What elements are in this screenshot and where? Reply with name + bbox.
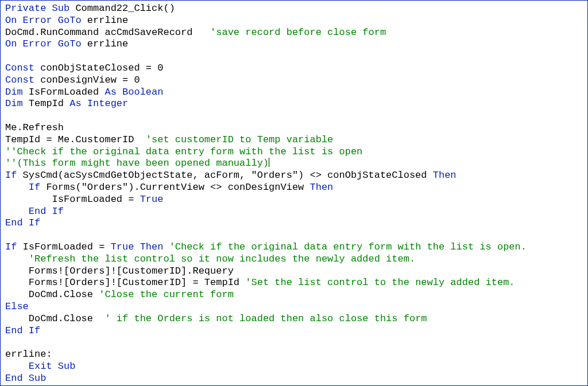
keyword: Else: [5, 301, 29, 312]
comment: ''Check if the original data entry form …: [5, 146, 362, 157]
keyword: As Integer: [69, 98, 128, 109]
code-text: errline: [82, 15, 129, 26]
comment: ' if the Orders is not loaded then also …: [105, 313, 427, 324]
keyword: Dim: [5, 98, 23, 109]
comment: 'Check if the original data entry form w…: [169, 241, 527, 252]
comment: 'Set the list control to the newly added…: [245, 277, 514, 288]
keyword: On Error GoTo: [5, 38, 82, 49]
comment: 'set customerID to Temp variable: [146, 134, 333, 145]
code-text: errline:: [5, 349, 52, 360]
code-text: DoCmd.Close: [5, 289, 99, 300]
keyword: As Boolean: [105, 87, 163, 98]
text-cursor: [269, 158, 269, 167]
code-text: IsFormLoaded: [23, 87, 105, 98]
keyword: Private Sub: [5, 3, 69, 14]
code-editor[interactable]: Private Sub Command22_Click() On Error G…: [0, 0, 588, 386]
code-text: Me.Refresh: [5, 122, 64, 133]
keyword: True Then: [111, 241, 169, 252]
keyword: Const: [5, 75, 34, 85]
comment: ''(This form might have been opened manu…: [5, 158, 269, 169]
code-text: TempId = Me.CustomerID: [5, 134, 146, 145]
keyword: Exit Sub: [5, 361, 75, 372]
code-text: conDesignView = 0: [34, 75, 140, 85]
keyword: If: [5, 182, 40, 193]
code-text: DoCmd.RunCommand acCmdSaveRecord: [5, 27, 210, 38]
keyword: If: [5, 241, 17, 252]
keyword: End If: [5, 206, 64, 217]
keyword: End If: [5, 325, 40, 336]
comment: 'Close the current form: [99, 289, 234, 300]
comment: 'save record before close form: [210, 27, 386, 38]
code-text: SysCmd(acSysCmdGetObjectState, acForm, "…: [17, 170, 432, 181]
keyword: Const: [5, 63, 34, 73]
code-text: DoCmd.Close: [5, 313, 105, 324]
comment: 'Refresh the list control so it now incl…: [5, 254, 415, 264]
code-text: IsFormLoaded =: [5, 194, 140, 205]
code-text: conObjStateClosed = 0: [34, 63, 163, 73]
keyword: If: [5, 170, 17, 181]
keyword: Then: [310, 182, 334, 193]
code-text: TempId: [23, 98, 70, 109]
keyword: End If: [5, 217, 40, 228]
keyword: End Sub: [5, 373, 46, 384]
keyword: Then: [433, 170, 457, 181]
code-text: errline: [82, 38, 129, 49]
keyword: On Error GoTo: [5, 15, 82, 26]
code-text: Forms("Orders").CurrentView <> conDesign…: [40, 182, 310, 193]
code-text: Forms![Orders]![CustomerID] = TempId: [5, 277, 245, 288]
keyword: Dim: [5, 87, 23, 98]
keyword: True: [140, 194, 164, 205]
code-text: Command22_Click(): [69, 3, 175, 14]
code-text: Forms![Orders]![CustomerID].Requery: [5, 266, 234, 276]
code-text: IsFormLoaded =: [17, 241, 110, 252]
